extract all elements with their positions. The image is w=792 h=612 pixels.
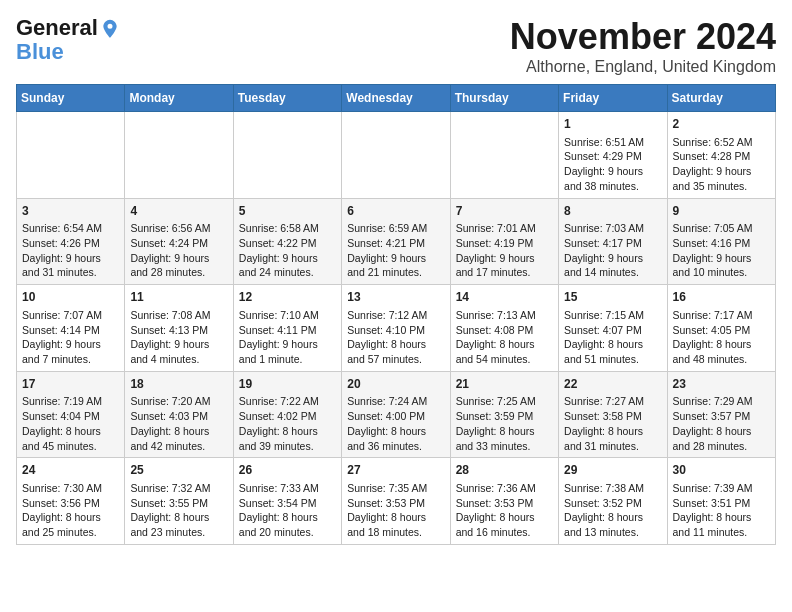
- calendar-cell: 7Sunrise: 7:01 AM Sunset: 4:19 PM Daylig…: [450, 198, 558, 285]
- day-number: 10: [22, 289, 119, 306]
- day-info: Sunrise: 7:30 AM Sunset: 3:56 PM Dayligh…: [22, 481, 119, 540]
- day-number: 7: [456, 203, 553, 220]
- calendar-cell: 5Sunrise: 6:58 AM Sunset: 4:22 PM Daylig…: [233, 198, 341, 285]
- logo-blue: Blue: [16, 40, 64, 64]
- day-number: 22: [564, 376, 661, 393]
- calendar-cell: 23Sunrise: 7:29 AM Sunset: 3:57 PM Dayli…: [667, 371, 775, 458]
- day-number: 12: [239, 289, 336, 306]
- day-info: Sunrise: 7:24 AM Sunset: 4:00 PM Dayligh…: [347, 394, 444, 453]
- day-number: 13: [347, 289, 444, 306]
- day-info: Sunrise: 6:58 AM Sunset: 4:22 PM Dayligh…: [239, 221, 336, 280]
- calendar-cell: 13Sunrise: 7:12 AM Sunset: 4:10 PM Dayli…: [342, 285, 450, 372]
- day-number: 18: [130, 376, 227, 393]
- day-info: Sunrise: 7:32 AM Sunset: 3:55 PM Dayligh…: [130, 481, 227, 540]
- calendar-cell: [233, 112, 341, 199]
- day-number: 3: [22, 203, 119, 220]
- logo: General Blue: [16, 16, 120, 64]
- calendar-cell: 1Sunrise: 6:51 AM Sunset: 4:29 PM Daylig…: [559, 112, 667, 199]
- weekday-header-friday: Friday: [559, 85, 667, 112]
- calendar-cell: 24Sunrise: 7:30 AM Sunset: 3:56 PM Dayli…: [17, 458, 125, 545]
- title-area: November 2024 Althorne, England, United …: [510, 16, 776, 76]
- calendar-cell: [342, 112, 450, 199]
- day-info: Sunrise: 6:54 AM Sunset: 4:26 PM Dayligh…: [22, 221, 119, 280]
- calendar-cell: 9Sunrise: 7:05 AM Sunset: 4:16 PM Daylig…: [667, 198, 775, 285]
- day-info: Sunrise: 7:10 AM Sunset: 4:11 PM Dayligh…: [239, 308, 336, 367]
- day-number: 20: [347, 376, 444, 393]
- page-header: General Blue November 2024 Althorne, Eng…: [16, 16, 776, 76]
- day-info: Sunrise: 6:52 AM Sunset: 4:28 PM Dayligh…: [673, 135, 770, 194]
- weekday-header-sunday: Sunday: [17, 85, 125, 112]
- day-number: 16: [673, 289, 770, 306]
- calendar-cell: 28Sunrise: 7:36 AM Sunset: 3:53 PM Dayli…: [450, 458, 558, 545]
- day-info: Sunrise: 7:13 AM Sunset: 4:08 PM Dayligh…: [456, 308, 553, 367]
- calendar-cell: 2Sunrise: 6:52 AM Sunset: 4:28 PM Daylig…: [667, 112, 775, 199]
- calendar-cell: 10Sunrise: 7:07 AM Sunset: 4:14 PM Dayli…: [17, 285, 125, 372]
- day-info: Sunrise: 7:25 AM Sunset: 3:59 PM Dayligh…: [456, 394, 553, 453]
- day-number: 1: [564, 116, 661, 133]
- calendar-cell: [450, 112, 558, 199]
- day-number: 26: [239, 462, 336, 479]
- day-info: Sunrise: 7:22 AM Sunset: 4:02 PM Dayligh…: [239, 394, 336, 453]
- day-number: 27: [347, 462, 444, 479]
- day-number: 24: [22, 462, 119, 479]
- calendar-table: SundayMondayTuesdayWednesdayThursdayFrid…: [16, 84, 776, 545]
- day-info: Sunrise: 7:29 AM Sunset: 3:57 PM Dayligh…: [673, 394, 770, 453]
- calendar-cell: 12Sunrise: 7:10 AM Sunset: 4:11 PM Dayli…: [233, 285, 341, 372]
- calendar-cell: 11Sunrise: 7:08 AM Sunset: 4:13 PM Dayli…: [125, 285, 233, 372]
- day-number: 6: [347, 203, 444, 220]
- day-info: Sunrise: 7:03 AM Sunset: 4:17 PM Dayligh…: [564, 221, 661, 280]
- day-info: Sunrise: 6:56 AM Sunset: 4:24 PM Dayligh…: [130, 221, 227, 280]
- day-number: 28: [456, 462, 553, 479]
- calendar-cell: 18Sunrise: 7:20 AM Sunset: 4:03 PM Dayli…: [125, 371, 233, 458]
- day-info: Sunrise: 7:15 AM Sunset: 4:07 PM Dayligh…: [564, 308, 661, 367]
- day-number: 19: [239, 376, 336, 393]
- day-info: Sunrise: 7:07 AM Sunset: 4:14 PM Dayligh…: [22, 308, 119, 367]
- calendar-cell: 25Sunrise: 7:32 AM Sunset: 3:55 PM Dayli…: [125, 458, 233, 545]
- day-info: Sunrise: 7:35 AM Sunset: 3:53 PM Dayligh…: [347, 481, 444, 540]
- day-number: 15: [564, 289, 661, 306]
- weekday-header-thursday: Thursday: [450, 85, 558, 112]
- day-number: 30: [673, 462, 770, 479]
- day-number: 9: [673, 203, 770, 220]
- day-info: Sunrise: 6:59 AM Sunset: 4:21 PM Dayligh…: [347, 221, 444, 280]
- day-number: 25: [130, 462, 227, 479]
- day-info: Sunrise: 7:38 AM Sunset: 3:52 PM Dayligh…: [564, 481, 661, 540]
- weekday-header-tuesday: Tuesday: [233, 85, 341, 112]
- month-title: November 2024: [510, 16, 776, 58]
- day-number: 8: [564, 203, 661, 220]
- calendar-cell: 6Sunrise: 6:59 AM Sunset: 4:21 PM Daylig…: [342, 198, 450, 285]
- day-info: Sunrise: 7:01 AM Sunset: 4:19 PM Dayligh…: [456, 221, 553, 280]
- day-info: Sunrise: 7:17 AM Sunset: 4:05 PM Dayligh…: [673, 308, 770, 367]
- calendar-cell: 26Sunrise: 7:33 AM Sunset: 3:54 PM Dayli…: [233, 458, 341, 545]
- calendar-cell: 8Sunrise: 7:03 AM Sunset: 4:17 PM Daylig…: [559, 198, 667, 285]
- day-number: 4: [130, 203, 227, 220]
- calendar-cell: 16Sunrise: 7:17 AM Sunset: 4:05 PM Dayli…: [667, 285, 775, 372]
- day-info: Sunrise: 7:12 AM Sunset: 4:10 PM Dayligh…: [347, 308, 444, 367]
- day-info: Sunrise: 7:33 AM Sunset: 3:54 PM Dayligh…: [239, 481, 336, 540]
- weekday-header-row: SundayMondayTuesdayWednesdayThursdayFrid…: [17, 85, 776, 112]
- calendar-cell: 4Sunrise: 6:56 AM Sunset: 4:24 PM Daylig…: [125, 198, 233, 285]
- day-number: 11: [130, 289, 227, 306]
- week-row-1: 1Sunrise: 6:51 AM Sunset: 4:29 PM Daylig…: [17, 112, 776, 199]
- week-row-3: 10Sunrise: 7:07 AM Sunset: 4:14 PM Dayli…: [17, 285, 776, 372]
- calendar-cell: [17, 112, 125, 199]
- week-row-5: 24Sunrise: 7:30 AM Sunset: 3:56 PM Dayli…: [17, 458, 776, 545]
- location-subtitle: Althorne, England, United Kingdom: [510, 58, 776, 76]
- day-info: Sunrise: 7:20 AM Sunset: 4:03 PM Dayligh…: [130, 394, 227, 453]
- day-info: Sunrise: 7:19 AM Sunset: 4:04 PM Dayligh…: [22, 394, 119, 453]
- logo-text: General: [16, 16, 98, 40]
- day-number: 2: [673, 116, 770, 133]
- day-number: 23: [673, 376, 770, 393]
- calendar-cell: 22Sunrise: 7:27 AM Sunset: 3:58 PM Dayli…: [559, 371, 667, 458]
- calendar-cell: 21Sunrise: 7:25 AM Sunset: 3:59 PM Dayli…: [450, 371, 558, 458]
- day-number: 5: [239, 203, 336, 220]
- day-info: Sunrise: 7:36 AM Sunset: 3:53 PM Dayligh…: [456, 481, 553, 540]
- day-info: Sunrise: 7:27 AM Sunset: 3:58 PM Dayligh…: [564, 394, 661, 453]
- day-number: 21: [456, 376, 553, 393]
- calendar-cell: [125, 112, 233, 199]
- calendar-cell: 14Sunrise: 7:13 AM Sunset: 4:08 PM Dayli…: [450, 285, 558, 372]
- calendar-cell: 20Sunrise: 7:24 AM Sunset: 4:00 PM Dayli…: [342, 371, 450, 458]
- day-number: 29: [564, 462, 661, 479]
- calendar-cell: 3Sunrise: 6:54 AM Sunset: 4:26 PM Daylig…: [17, 198, 125, 285]
- day-info: Sunrise: 6:51 AM Sunset: 4:29 PM Dayligh…: [564, 135, 661, 194]
